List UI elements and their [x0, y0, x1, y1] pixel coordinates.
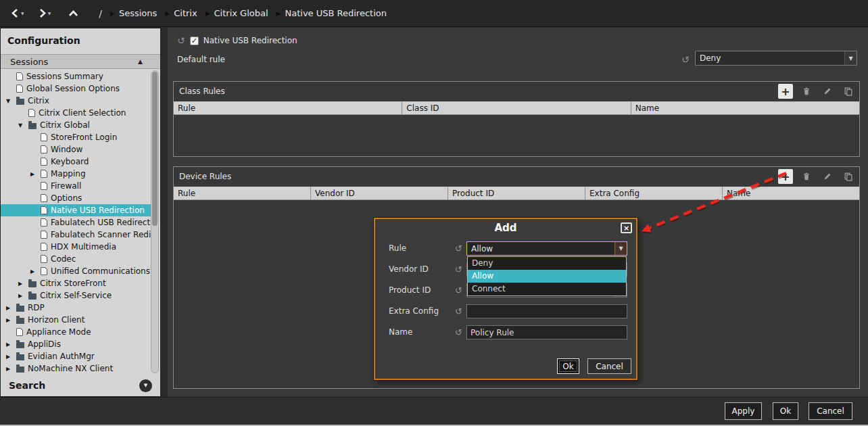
dropdown-option-connect[interactable]: Connect	[468, 283, 626, 295]
add-class-rule-button[interactable]: +	[778, 84, 793, 99]
search-expand-button[interactable]: ▼	[139, 379, 152, 392]
revert-icon[interactable]: ↺	[455, 304, 462, 318]
folder-icon	[16, 318, 24, 324]
expander-collapsed-icon[interactable]: ▶	[6, 305, 16, 311]
tree-item-horizon-client[interactable]: ▶Horizon Client	[1, 314, 151, 326]
tree-item-applidis[interactable]: ▶AppliDis	[1, 338, 151, 350]
breadcrumb-root[interactable]: /	[99, 8, 102, 19]
breadcrumb-citrix-global[interactable]: Citrix Global	[214, 8, 268, 18]
column-header-rule[interactable]: Rule	[174, 187, 311, 200]
extra-config-input[interactable]	[466, 304, 627, 318]
apply-button[interactable]: Apply	[725, 402, 762, 420]
sidebar-scrollbar-thumb[interactable]	[152, 72, 158, 226]
expander-collapsed-icon[interactable]: ▶	[6, 317, 16, 323]
revert-icon[interactable]: ↺	[455, 241, 462, 256]
expander-collapsed-icon[interactable]: ▶	[30, 268, 41, 275]
forward-history-caret-icon[interactable]: ▼	[48, 11, 51, 16]
tree-item-window[interactable]: Window	[1, 143, 151, 156]
revert-icon[interactable]: ↺	[681, 53, 690, 67]
sessions-section-label: Sessions	[10, 57, 48, 67]
tree-item-fabulatech-usb-redirection[interactable]: Fabulatech USB Redirection	[1, 216, 151, 229]
column-header-class-id[interactable]: Class ID	[402, 101, 631, 115]
tree-item-citrix-storefront[interactable]: ▶Citrix StoreFront	[1, 277, 151, 289]
forward-button[interactable]: ▼	[38, 8, 51, 18]
cancel-button[interactable]: Cancel	[809, 402, 852, 420]
expander-collapsed-icon[interactable]: ▶	[18, 281, 28, 287]
duplicate-device-rule-button[interactable]	[841, 169, 856, 184]
dialog-close-button[interactable]: ×	[621, 222, 632, 233]
search-section-header[interactable]: Search ▼	[1, 375, 160, 396]
dialog-cancel-button[interactable]: Cancel	[587, 358, 631, 374]
column-header-extra-config[interactable]: Extra Config	[585, 187, 723, 200]
document-icon	[41, 133, 47, 141]
tree-item-citrix[interactable]: ▼Citrix	[1, 95, 151, 107]
duplicate-class-rule-button[interactable]	[841, 84, 856, 99]
tree-item-citrix-global[interactable]: ▼Citrix Global	[1, 119, 151, 131]
tree-item-rdp[interactable]: ▶RDP	[1, 302, 151, 314]
class-rules-toolbar: +	[778, 84, 856, 99]
breadcrumb-citrix[interactable]: Citrix	[174, 8, 197, 18]
tree-item-options[interactable]: Options	[1, 192, 151, 204]
revert-icon[interactable]: ↺	[455, 262, 462, 277]
expander-expanded-icon[interactable]: ▼	[18, 122, 28, 128]
native-usb-redirection-checkbox[interactable]: ✓	[190, 37, 199, 45]
back-button[interactable]: ▼	[11, 8, 24, 18]
product-id-label: Product ID	[389, 283, 431, 298]
expander-collapsed-icon[interactable]: ▶	[18, 293, 28, 299]
tree-item-hdx-multimedia[interactable]: HDX Multimedia	[1, 241, 151, 253]
tree-item-citrix-self-service[interactable]: ▶Citrix Self-Service	[1, 289, 151, 302]
tree-item-nomachine-nx-client[interactable]: ▶NoMachine NX Client	[1, 362, 151, 375]
tree-item-global-session-options[interactable]: Global Session Options	[1, 82, 151, 95]
expander-collapsed-icon[interactable]: ▶	[6, 366, 16, 372]
revert-icon[interactable]: ↺	[177, 36, 185, 45]
expander-collapsed-icon[interactable]: ▶	[6, 354, 16, 360]
expander-expanded-icon[interactable]: ▼	[6, 98, 16, 104]
revert-icon[interactable]: ↺	[455, 325, 462, 339]
add-device-rule-button[interactable]: +	[778, 169, 793, 184]
edit-class-rule-button[interactable]	[820, 84, 835, 99]
pencil-icon	[823, 87, 832, 96]
column-header-vendor-id[interactable]: Vendor ID	[311, 187, 448, 200]
expander-collapsed-icon[interactable]: ▶	[30, 171, 41, 177]
tree-item-keyboard[interactable]: Keyboard	[1, 156, 151, 168]
back-history-caret-icon[interactable]: ▼	[21, 11, 24, 16]
folder-icon	[16, 306, 24, 312]
sidebar-scrollbar[interactable]	[151, 70, 159, 373]
column-header-product-id[interactable]: Product ID	[448, 187, 585, 200]
delete-class-rule-button[interactable]	[799, 84, 814, 99]
ok-button[interactable]: Ok	[773, 402, 798, 420]
breadcrumb-sessions[interactable]: Sessions	[119, 8, 157, 18]
breadcrumb-native-usb-redirection[interactable]: Native USB Redirection	[285, 8, 387, 18]
default-rule-dropdown[interactable]: Deny ▼	[695, 51, 857, 66]
column-header-name[interactable]: Name	[723, 187, 859, 200]
tree-item-codec[interactable]: Codec	[1, 253, 151, 265]
dropdown-option-deny[interactable]: Deny	[468, 257, 626, 270]
tree-item-citrix-client-selection[interactable]: Citrix Client Selection	[1, 107, 151, 119]
tree-item-appliance-mode[interactable]: Appliance Mode	[1, 326, 151, 338]
up-button[interactable]	[68, 9, 78, 18]
tree-item-sessions-summary[interactable]: Sessions Summary	[1, 70, 151, 82]
column-header-rule[interactable]: Rule	[174, 101, 402, 115]
sort-up-icon[interactable]: ▲	[138, 58, 143, 65]
dialog-ok-button[interactable]: Ok	[557, 358, 579, 374]
edit-device-rule-button[interactable]	[820, 169, 835, 184]
revert-icon[interactable]: ↺	[455, 283, 462, 298]
tree-item-storefront-login[interactable]: StoreFront Login	[1, 131, 151, 143]
expander-collapsed-icon[interactable]: ▶	[6, 341, 16, 348]
tree-item-fabulatech-scanner-redirection[interactable]: Fabulatech Scanner Redirection	[1, 229, 151, 241]
sessions-section-header[interactable]: Sessions ▲	[1, 54, 160, 69]
column-header-name[interactable]: Name	[631, 101, 859, 115]
dropdown-option-allow[interactable]: Allow	[468, 270, 626, 283]
tree-item-unified-communications[interactable]: ▶Unified Communications	[1, 265, 151, 277]
add-rule-dialog: Add × Rule ↺ Allow ▼ Vendor ID ↺ ▼ Produ…	[374, 218, 637, 380]
name-input[interactable]	[466, 325, 627, 339]
name-label: Name	[389, 325, 412, 339]
document-icon	[41, 243, 47, 251]
delete-device-rule-button[interactable]	[799, 169, 814, 184]
tree-item-evidian-authmgr[interactable]: ▶Evidian AuthMgr	[1, 350, 151, 362]
tree-item-firewall[interactable]: Firewall	[1, 180, 151, 192]
tree-item-native-usb-redirection[interactable]: Native USB Redirection	[1, 204, 151, 216]
rule-dropdown[interactable]: Allow ▼	[466, 241, 627, 256]
document-icon	[41, 231, 47, 239]
tree-item-mapping[interactable]: ▶Mapping	[1, 168, 151, 180]
